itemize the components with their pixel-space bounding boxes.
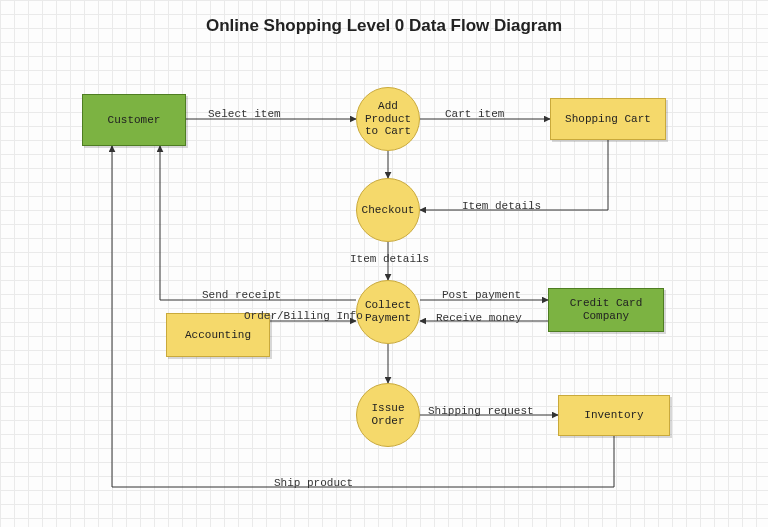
flow-label-cart-item: Cart item	[445, 108, 504, 120]
process-collect-payment: Collect Payment	[356, 280, 420, 344]
process-add-product-to-cart: Add Product to Cart	[356, 87, 420, 151]
diagram-canvas: Customer Shopping Cart Accounting Credit…	[0, 0, 768, 527]
entity-shopping-cart: Shopping Cart	[550, 98, 666, 140]
flow-label-post-payment: Post payment	[442, 289, 521, 301]
entity-credit-card-company: Credit Card Company	[548, 288, 664, 332]
process-issue-order: Issue Order	[356, 383, 420, 447]
flow-label-item-details-checkout: Item details	[350, 253, 429, 265]
flow-label-send-receipt: Send receipt	[202, 289, 281, 301]
entity-inventory: Inventory	[558, 395, 670, 436]
process-checkout: Checkout	[356, 178, 420, 242]
flow-label-receive-money: Receive money	[436, 312, 522, 324]
entity-customer: Customer	[82, 94, 186, 146]
flow-label-item-details-cart: Item details	[462, 200, 541, 212]
flow-label-ship-product: Ship product	[274, 477, 353, 489]
flow-label-shipping-request: Shipping request	[428, 405, 534, 417]
flow-label-order-billing-info: Order/Billing Info	[244, 310, 363, 322]
flow-label-select-item: Select item	[208, 108, 281, 120]
